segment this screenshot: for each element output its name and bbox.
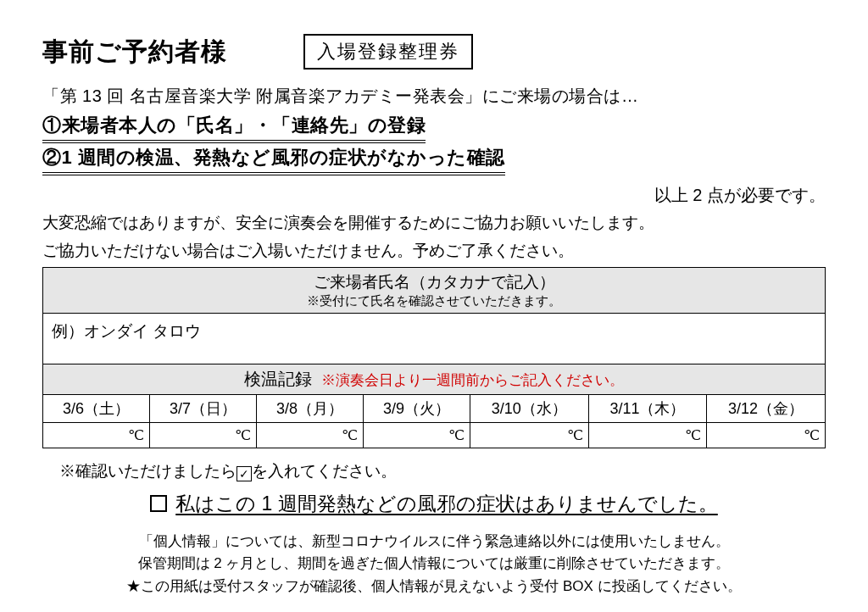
temp-input-cell[interactable]: ℃: [707, 423, 826, 448]
date-cell: 3/9（火）: [363, 395, 470, 423]
footer-line-3: ★この用紙は受付スタッフが確認後、個人情報が見えないよう受付 BOX に投函して…: [42, 576, 826, 598]
footer-block: 「個人情報」については、新型コロナウイルスに伴う緊急連絡以外には使用いたしません…: [42, 531, 826, 598]
body-line-2: ご協力いただけない場合はご入場いただけません。予めご了承ください。: [42, 240, 826, 263]
requirement-2: ②1 週間の検温、発熱など風邪の症状がなかった確認: [42, 145, 826, 175]
declaration-text: 私はこの 1 週間発熱などの風邪の症状はありませんでした。: [175, 492, 718, 515]
temp-header-cell: 検温記録 ※演奏会日より一週間前からご記入ください。: [43, 364, 826, 395]
temp-input-cell[interactable]: ℃: [149, 423, 256, 448]
checkbox-icon[interactable]: [150, 495, 167, 512]
name-subnote: ※受付にて氏名を確認させていただきます。: [48, 293, 820, 309]
check-icon: ✓: [236, 466, 252, 481]
body-line-1: 大変恐縮ではありますが、安全に演奏会を開催するためにご協力お願いいたします。: [42, 212, 826, 235]
name-input-cell[interactable]: 例）オンダイ タロウ: [43, 314, 826, 364]
declaration-line: 私はこの 1 週間発熱などの風邪の症状はありませんでした。: [42, 491, 826, 517]
date-cell: 3/6（土）: [43, 395, 150, 423]
temp-input-cell[interactable]: ℃: [588, 423, 707, 448]
requirement-1: ①来場者本人の「氏名」・「連絡先」の登録: [42, 113, 826, 143]
footer-line-1: 「個人情報」については、新型コロナウイルスに伴う緊急連絡以外には使用いたしません…: [42, 531, 826, 553]
date-cell: 3/10（水）: [470, 395, 588, 423]
check-instruction: ※確認いただけましたら✓を入れてください。: [59, 460, 826, 482]
ticket-label-box: 入場登録整理券: [303, 34, 473, 70]
event-line: 「第 13 回 名古屋音楽大学 附属音楽アカデミー発表会」にご来場の場合は…: [42, 85, 826, 108]
temp-header-label: 検温記録: [244, 370, 312, 388]
temp-header-note: ※演奏会日より一週間前からご記入ください。: [321, 372, 624, 388]
registration-table: ご来場者氏名（カタカナで記入） ※受付にて氏名を確認させていただきます。 例）オ…: [42, 267, 826, 448]
temp-input-cell[interactable]: ℃: [43, 423, 150, 448]
temp-input-cell[interactable]: ℃: [256, 423, 363, 448]
date-cell: 3/8（月）: [256, 395, 363, 423]
page-title: 事前ご予約者様: [42, 35, 227, 70]
name-header-cell: ご来場者氏名（カタカナで記入） ※受付にて氏名を確認させていただきます。: [43, 268, 826, 314]
temp-input-cell[interactable]: ℃: [470, 423, 588, 448]
name-header: ご来場者氏名（カタカナで記入）: [48, 271, 820, 293]
date-cell: 3/7（日）: [149, 395, 256, 423]
date-cell: 3/11（木）: [588, 395, 707, 423]
footer-line-2: 保管期間は 2 ヶ月とし、期間を過ぎた個人情報については厳重に削除させていただき…: [42, 553, 826, 575]
temp-input-cell[interactable]: ℃: [363, 423, 470, 448]
date-cell: 3/12（金）: [707, 395, 826, 423]
requirement-summary: 以上 2 点が必要です。: [42, 184, 826, 207]
